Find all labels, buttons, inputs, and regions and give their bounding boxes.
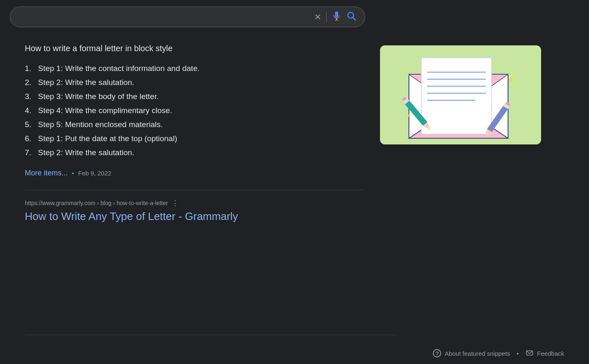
search-submit-icon[interactable] xyxy=(347,11,356,23)
list-text-4: Step 4: Write the complimentary close. xyxy=(38,106,172,115)
main-content: How to write a formal letter in block st… xyxy=(0,34,589,233)
more-items-link[interactable]: More items... xyxy=(25,169,68,177)
source-more-options-icon[interactable]: ⋮ xyxy=(171,199,179,208)
clear-icon[interactable]: ✕ xyxy=(314,12,321,22)
svg-line-27 xyxy=(530,351,533,354)
about-icon: ? xyxy=(433,349,441,357)
list-item: 2. Step 2: Write the salutation. xyxy=(25,76,363,90)
list-item: 5. Step 5: Mention enclosed materials. xyxy=(25,118,363,132)
bottom-divider xyxy=(25,335,397,335)
list-number-5: 5. xyxy=(25,120,35,129)
search-input[interactable]: how to write a letter xyxy=(19,12,309,22)
svg-line-26 xyxy=(527,351,530,354)
source-url-text: https://www.grammarly.com › blog › how-t… xyxy=(25,200,168,206)
list-text-1: Step 1: Write the contact information an… xyxy=(38,64,200,73)
list-number-6: 6. xyxy=(25,134,35,143)
snippet-text-block: How to write a formal letter in block st… xyxy=(25,44,363,223)
svg-rect-8 xyxy=(421,58,492,134)
search-bar-container: how to write a letter ✕ xyxy=(0,0,589,34)
list-item: 6. Step 1: Put the date at the top (opti… xyxy=(25,132,363,146)
list-number-4: 4. xyxy=(25,106,35,115)
result-title-link[interactable]: How to Write Any Type of Letter - Gramma… xyxy=(25,210,238,222)
featured-snippet: How to write a formal letter in block st… xyxy=(25,44,564,223)
snippet-image: ✦ ✦ ✦ xyxy=(380,45,541,144)
snippet-title: How to write a formal letter in block st… xyxy=(25,44,363,53)
footer-bullet: • xyxy=(517,350,519,357)
bottom-bar: ? About featured snippets • Feedback xyxy=(0,343,589,364)
source-url-row: https://www.grammarly.com › blog › how-t… xyxy=(25,199,363,208)
svg-line-3 xyxy=(353,18,356,21)
section-divider xyxy=(25,190,363,190)
feedback-button[interactable]: Feedback xyxy=(525,349,564,357)
list-item: 4. Step 4: Write the complimentary close… xyxy=(25,104,363,118)
about-featured-snippets-link[interactable]: ? About featured snippets xyxy=(433,349,510,357)
feedback-label: Feedback xyxy=(537,350,564,357)
list-text-3: Step 3: Write the body of the letter. xyxy=(38,92,159,101)
list-number-7: 7. xyxy=(25,148,35,157)
svg-text:✦: ✦ xyxy=(407,112,412,119)
about-snippets-label: About featured snippets xyxy=(444,350,510,357)
list-item: 3. Step 3: Write the body of the letter. xyxy=(25,90,363,104)
list-item: 1. Step 1: Write the contact information… xyxy=(25,61,363,76)
search-bar: how to write a letter ✕ xyxy=(10,7,365,27)
list-number-3: 3. xyxy=(25,92,35,101)
list-number-1: 1. xyxy=(25,64,35,73)
list-item: 7. Step 2: Write the salutation. xyxy=(25,146,363,160)
list-text-5: Step 5: Mention enclosed materials. xyxy=(38,120,163,129)
list-text-2: Step 2: Write the salutation. xyxy=(38,78,134,87)
voice-search-icon[interactable] xyxy=(332,11,342,23)
more-items-row: More items... • Feb 9, 2022 xyxy=(25,169,363,177)
search-bar-divider xyxy=(326,12,327,22)
list-text-6: Step 1: Put the date at the top (optiona… xyxy=(38,134,177,143)
list-number-2: 2. xyxy=(25,78,35,87)
snippet-steps-list: 1. Step 1: Write the contact information… xyxy=(25,61,363,160)
svg-text:✦: ✦ xyxy=(502,117,506,123)
result-date: Feb 9, 2022 xyxy=(78,170,111,177)
feedback-icon xyxy=(525,349,534,357)
more-items-bullet: • xyxy=(72,170,74,177)
list-text-7: Step 2: Write the salutation. xyxy=(38,148,134,157)
svg-text:✦: ✦ xyxy=(508,76,514,84)
